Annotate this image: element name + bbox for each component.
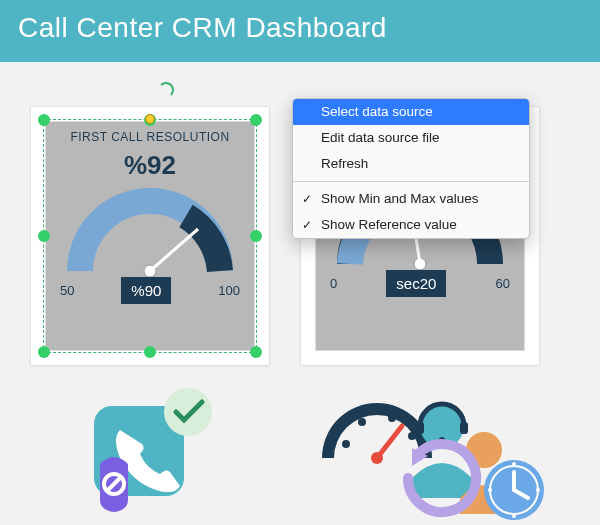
gauge-reference-badge: %90 [121, 277, 171, 304]
menu-item-select-data-source[interactable]: Select data source [293, 99, 529, 125]
gauge-min: 0 [330, 276, 337, 291]
page-title: Call Center CRM Dashboard [0, 0, 600, 62]
menu-item-refresh[interactable]: Refresh [293, 151, 529, 177]
menu-item-label: Show Min and Max values [321, 191, 479, 206]
loading-spinner-icon [158, 82, 174, 98]
svg-rect-10 [416, 422, 424, 434]
svg-point-9 [371, 452, 383, 464]
context-menu[interactable]: Select data source Edit data source file… [292, 98, 530, 239]
svg-rect-11 [460, 422, 468, 434]
gauge-reference-badge: sec20 [386, 270, 446, 297]
svg-point-8 [408, 432, 416, 440]
menu-item-label: Show Reference value [321, 217, 457, 232]
gauge-max: 60 [496, 276, 510, 291]
check-badge-bg [164, 388, 212, 436]
dashboard-canvas[interactable]: FIRST CALL RESOLUTION %92 50 %90 100 [0, 62, 600, 525]
svg-point-7 [388, 414, 396, 422]
menu-toggle-show-min-max[interactable]: Show Min and Max values [293, 186, 529, 212]
gauge-scale: 50 %90 100 [46, 277, 254, 304]
menu-item-label: Refresh [321, 156, 368, 171]
menu-separator [293, 181, 529, 182]
gauge-max: 100 [218, 283, 240, 298]
svg-point-18 [512, 462, 516, 466]
svg-point-19 [536, 488, 540, 492]
gauge-panel: FIRST CALL RESOLUTION %92 50 %90 100 [45, 121, 255, 351]
gauge-scale: 0 sec20 60 [316, 270, 524, 297]
gauge-title: FIRST CALL RESOLUTION [46, 122, 254, 144]
illustration-agents-metrics [312, 378, 552, 525]
illustration-call-quality [72, 386, 232, 516]
svg-point-20 [512, 514, 516, 518]
gauge-card-first-call-resolution[interactable]: FIRST CALL RESOLUTION %92 50 %90 100 [30, 106, 270, 366]
menu-item-label: Edit data source file [321, 130, 440, 145]
gauge-arc-icon [60, 181, 240, 281]
svg-line-1 [150, 229, 198, 271]
menu-toggle-show-reference[interactable]: Show Reference value [293, 212, 529, 238]
page-title-text: Call Center CRM Dashboard [18, 12, 387, 43]
menu-item-edit-data-source-file[interactable]: Edit data source file [293, 125, 529, 151]
svg-point-5 [342, 440, 350, 448]
menu-item-label: Select data source [321, 104, 433, 119]
svg-point-21 [488, 488, 492, 492]
gauge-min: 50 [60, 283, 74, 298]
svg-point-6 [358, 418, 366, 426]
gauge-value: %92 [46, 150, 254, 181]
